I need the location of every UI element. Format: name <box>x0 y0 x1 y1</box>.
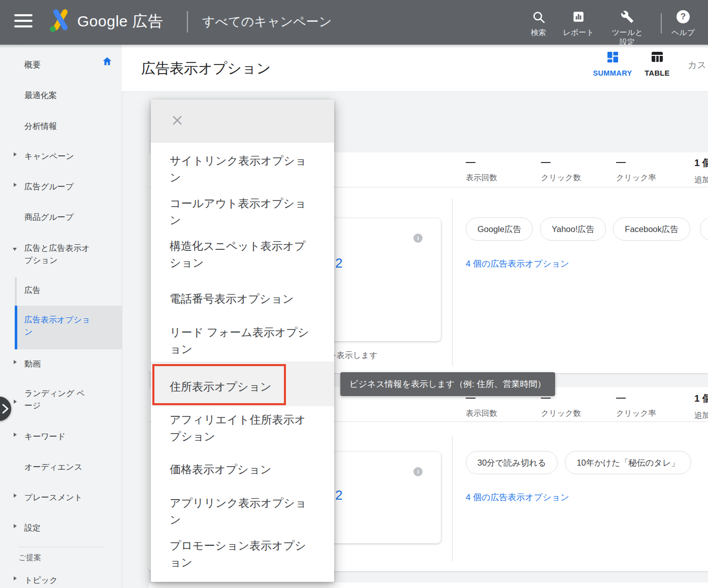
menu-item-sitelink[interactable]: サイトリンク表示オプション <box>170 152 313 186</box>
extension-chips-row: Google広告 Yahoo!広告 Facebook広告 <box>466 217 690 241</box>
chevron-right-icon <box>14 576 17 580</box>
menu-item-call[interactable]: 電話番号表示オプション <box>170 290 313 307</box>
report-icon <box>556 9 601 24</box>
tools-button[interactable]: ツールと設定 <box>604 9 650 47</box>
summary-icon <box>590 50 635 64</box>
sidebar-item-topics[interactable]: トピック <box>24 574 93 586</box>
extension-chip-partial[interactable] <box>700 217 708 241</box>
appbar-divider <box>187 11 188 32</box>
sidebar-item-videos[interactable]: 動画 <box>24 358 93 370</box>
stat-label: 追加 <box>694 410 708 421</box>
stat-value: — <box>616 392 656 403</box>
sidebar-item-insights[interactable]: 分析情報 <box>24 120 93 133</box>
reports-button[interactable]: レポート <box>556 9 601 37</box>
stat-impressions: — 表示回数 <box>466 156 497 183</box>
sidebar-item-overview[interactable]: 概要 <box>24 59 93 71</box>
sidebar-divider <box>18 547 104 547</box>
stat-label: クリック率 <box>616 173 656 183</box>
menu-item-price[interactable]: 価格表示オプション <box>170 461 313 478</box>
chevron-right-icon <box>14 400 17 404</box>
sidebar: 概要 最適化案 分析情報 キャンペーン 広告グループ 商品グループ 広告と広告表… <box>0 45 122 588</box>
menu-item-callout[interactable]: コールアウト表示オプション <box>170 195 313 228</box>
preview-count-partial[interactable]: 2 <box>335 255 342 271</box>
stat-value: — <box>541 156 581 168</box>
info-icon[interactable]: i <box>413 467 423 476</box>
chevron-right-icon <box>14 183 17 187</box>
extension-count-link[interactable]: 4 個の広告表示オプション <box>466 258 569 270</box>
sidebar-item-product-groups[interactable]: 商品グループ <box>24 211 93 223</box>
preview-count-partial[interactable]: 2 <box>335 487 342 503</box>
chevron-right-icon <box>14 433 17 437</box>
help-label: ヘルプ <box>660 27 706 37</box>
sidebar-item-audiences[interactable]: オーディエンス <box>24 461 93 473</box>
stat-added: 1 個 追加 <box>694 156 708 185</box>
campaign-scope-title[interactable]: すべてのキャンペーン <box>202 13 332 30</box>
google-ads-logo-icon <box>48 8 73 36</box>
subnav-rail <box>15 277 17 306</box>
tooltip: ビジネス情報を表示します（例: 住所、営業時間） <box>340 372 555 396</box>
menu-item-app[interactable]: アプリリンク表示オプション <box>170 495 313 528</box>
stat-label: クリック数 <box>541 408 581 419</box>
sidebar-item-recommendations[interactable]: 最適化案 <box>24 89 93 102</box>
home-icon <box>102 56 113 69</box>
reports-label: レポート <box>556 27 601 37</box>
stat-ctr: — クリック率 <box>616 392 656 419</box>
menu-item-location[interactable]: 住所表示オプション <box>170 378 313 395</box>
page-title: 広告表示オプション <box>141 59 271 78</box>
product-title: Google 広告 <box>77 11 164 32</box>
stat-added: 1 個 追加 <box>694 392 708 421</box>
preview-caption: を表示します <box>328 350 378 361</box>
sidebar-item-settings[interactable]: 設定 <box>24 522 93 534</box>
help-button[interactable]: ? ヘルプ <box>660 9 706 37</box>
sidebar-item-ad-groups[interactable]: 広告グループ <box>24 181 93 193</box>
close-icon[interactable] <box>170 113 184 127</box>
table-icon <box>634 50 680 64</box>
vertical-divider <box>452 436 453 561</box>
tab-table[interactable]: TABLE <box>634 50 680 77</box>
stat-ctr: — クリック率 <box>616 156 656 183</box>
sidebar-item-campaigns[interactable]: キャンペーン <box>24 150 93 162</box>
stat-value: 1 個 <box>694 156 708 170</box>
extension-count-link[interactable]: 4 個の広告表示オプション <box>466 492 569 503</box>
tab-table-label: TABLE <box>634 69 680 77</box>
sidebar-subitem-extensions[interactable]: 広告表示オプション <box>24 314 93 338</box>
sidebar-subitem-ads[interactable]: 広告 <box>24 284 93 297</box>
stat-value: — <box>616 156 656 168</box>
chevron-right-icon <box>14 360 17 364</box>
dropdown-header <box>151 100 334 143</box>
search-button[interactable]: 検索 <box>516 9 561 37</box>
extension-chip[interactable]: 30分で読み切れる <box>466 451 558 474</box>
menu-icon[interactable] <box>14 14 33 28</box>
stat-label: 追加 <box>694 175 708 185</box>
sidebar-item-keywords[interactable]: キーワード <box>24 431 93 443</box>
tab-summary-label: SUMMARY <box>590 69 635 77</box>
info-icon[interactable]: i <box>413 234 423 243</box>
stat-value: 1 個 <box>694 392 708 405</box>
sidebar-item-placements[interactable]: プレースメント <box>24 492 93 504</box>
help-icon: ? <box>660 9 706 24</box>
extension-type-dropdown: サイトリンク表示オプション コールアウト表示オプション 構造化スニペット表示オプ… <box>151 100 334 582</box>
tab-summary[interactable]: SUMMARY <box>590 50 635 77</box>
menu-item-promotion[interactable]: プロモーション表示オプション <box>170 537 313 571</box>
search-label: 検索 <box>516 27 561 37</box>
menu-item-lead-form[interactable]: リード フォーム表示オプション <box>170 324 313 357</box>
extension-chip[interactable]: 10年かけた「秘伝のタレ」 <box>565 451 691 474</box>
chevron-right-icon <box>1 403 10 415</box>
selected-item-rail <box>15 306 17 349</box>
extension-chip[interactable]: Facebook広告 <box>613 217 690 241</box>
tools-label: ツールと設定 <box>610 27 644 47</box>
extension-chips-row: 30分で読み切れる 10年かけた「秘伝のタレ」 <box>466 451 691 474</box>
stat-clicks: — クリック数 <box>541 156 581 183</box>
extension-chip[interactable]: Google広告 <box>466 217 533 241</box>
chevron-right-icon <box>14 494 17 498</box>
toolbar-overflow-label[interactable]: カス <box>688 59 706 71</box>
extension-chip[interactable]: Yahoo!広告 <box>540 217 606 241</box>
sidebar-item-ads-and-extensions[interactable]: 広告と広告表示オプション <box>24 242 93 267</box>
menu-item-affiliate-location[interactable]: アフィリエイト住所表示オプション <box>170 411 313 445</box>
sidebar-item-landing-pages[interactable]: ランディング ページ <box>24 387 93 412</box>
vertical-divider <box>452 199 453 366</box>
stat-value: — <box>466 156 497 168</box>
menu-item-structured-snippet[interactable]: 構造化スニペット表示オプション <box>170 238 313 271</box>
stat-label: クリック数 <box>541 173 581 183</box>
app-bar: Google 広告 すべてのキャンペーン 検索 レポート <box>0 0 708 45</box>
